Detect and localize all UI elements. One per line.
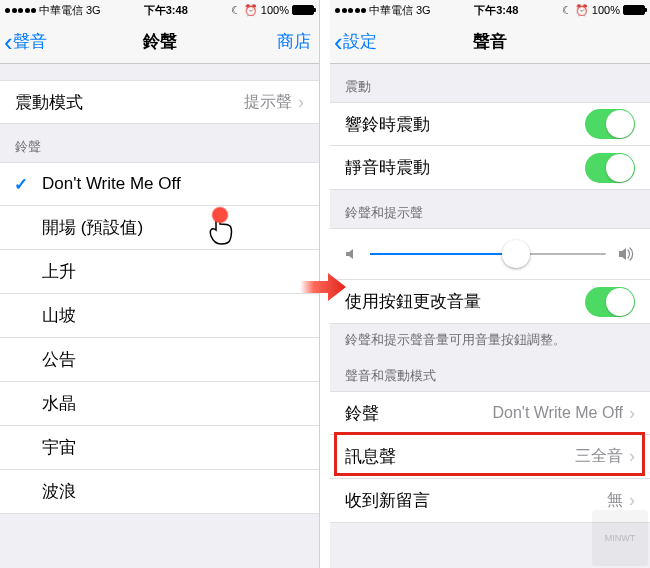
chevron-right-icon: › bbox=[629, 490, 635, 511]
slider-thumb[interactable] bbox=[502, 240, 530, 268]
volume-slider-row bbox=[330, 228, 650, 280]
ringtone-item[interactable]: 山坡 bbox=[0, 294, 319, 338]
back-label: 設定 bbox=[343, 30, 377, 53]
alarm-icon: ⏰ bbox=[575, 4, 589, 17]
section-header-ringer: 鈴聲和提示聲 bbox=[330, 190, 650, 228]
row-label: 震動模式 bbox=[15, 91, 244, 114]
toggle-switch[interactable] bbox=[585, 153, 635, 183]
row-label: 宇宙 bbox=[42, 436, 304, 459]
ringtone-item[interactable]: 宇宙 bbox=[0, 426, 319, 470]
vibrate-on-silent-row: 靜音時震動 bbox=[330, 146, 650, 190]
screen-ringtone: 中華電信 3G 下午3:48 ☾ ⏰ 100% ‹ 聲音 鈴聲 商店 震動模式 … bbox=[0, 0, 320, 568]
back-label: 聲音 bbox=[13, 30, 47, 53]
signal-dots-icon bbox=[335, 8, 366, 13]
ringtone-item[interactable]: 開場 (預設值) bbox=[0, 206, 319, 250]
ringtone-item-selected[interactable]: ✓ Don't Write Me Off bbox=[0, 162, 319, 206]
battery-icon bbox=[623, 5, 645, 15]
screen-sounds: 中華電信 3G 下午3:48 ☾ ⏰ 100% ‹ 設定 聲音 震動 響鈴時震動 bbox=[330, 0, 650, 568]
vibration-pattern-row[interactable]: 震動模式 提示聲 › bbox=[0, 80, 319, 124]
footnote: 鈴聲和提示聲音量可用音量按鈕調整。 bbox=[330, 324, 650, 353]
toggle-switch[interactable] bbox=[585, 287, 635, 317]
chevron-right-icon: › bbox=[298, 92, 304, 113]
section-header-patterns: 聲音和震動模式 bbox=[330, 353, 650, 391]
row-label: 山坡 bbox=[42, 304, 304, 327]
status-time: 下午3:48 bbox=[144, 3, 188, 18]
do-not-disturb-icon: ☾ bbox=[562, 4, 572, 17]
ringtone-item[interactable]: 公告 bbox=[0, 338, 319, 382]
vibrate-on-ring-row: 響鈴時震動 bbox=[330, 102, 650, 146]
network-label: 3G bbox=[86, 4, 101, 16]
store-button[interactable]: 商店 bbox=[277, 30, 311, 53]
speaker-low-icon bbox=[344, 247, 358, 261]
toggle-switch[interactable] bbox=[585, 109, 635, 139]
alarm-icon: ⏰ bbox=[244, 4, 258, 17]
nav-bar: ‹ 設定 聲音 bbox=[330, 20, 650, 64]
back-button[interactable]: ‹ 聲音 bbox=[0, 29, 47, 55]
nav-bar: ‹ 聲音 鈴聲 商店 bbox=[0, 20, 319, 64]
ringtone-row[interactable]: 鈴聲 Don't Write Me Off › bbox=[330, 391, 650, 435]
row-label: 水晶 bbox=[42, 392, 304, 415]
row-detail: 提示聲 bbox=[244, 92, 292, 113]
row-label: 響鈴時震動 bbox=[345, 113, 585, 136]
signal-dots-icon bbox=[5, 8, 36, 13]
ringtone-item[interactable]: 波浪 bbox=[0, 470, 319, 514]
watermark: MINWT bbox=[592, 510, 648, 566]
back-button[interactable]: ‹ 設定 bbox=[330, 29, 377, 55]
battery-pct: 100% bbox=[592, 4, 620, 16]
carrier-label: 中華電信 bbox=[39, 3, 83, 18]
checkmark-icon: ✓ bbox=[14, 174, 28, 195]
do-not-disturb-icon: ☾ bbox=[231, 4, 241, 17]
chevron-right-icon: › bbox=[629, 403, 635, 424]
chevron-left-icon: ‹ bbox=[334, 29, 343, 55]
volume-slider[interactable] bbox=[370, 253, 606, 255]
ringtone-item[interactable]: 上升 bbox=[0, 250, 319, 294]
row-label: 收到新留言 bbox=[345, 489, 607, 512]
page-title: 聲音 bbox=[330, 30, 650, 53]
speaker-high-icon bbox=[618, 246, 636, 262]
row-label: 公告 bbox=[42, 348, 304, 371]
network-label: 3G bbox=[416, 4, 431, 16]
row-label: 波浪 bbox=[42, 480, 304, 503]
chevron-left-icon: ‹ bbox=[4, 29, 13, 55]
row-detail: 無 bbox=[607, 490, 623, 511]
row-label: 使用按鈕更改音量 bbox=[345, 290, 585, 313]
ringtone-item[interactable]: 水晶 bbox=[0, 382, 319, 426]
row-label: 靜音時震動 bbox=[345, 156, 585, 179]
section-header-vibrate: 震動 bbox=[330, 64, 650, 102]
row-detail: Don't Write Me Off bbox=[493, 404, 624, 422]
battery-icon bbox=[292, 5, 314, 15]
carrier-label: 中華電信 bbox=[369, 3, 413, 18]
row-label: 鈴聲 bbox=[345, 402, 493, 425]
status-time: 下午3:48 bbox=[474, 3, 518, 18]
page-title: 鈴聲 bbox=[0, 30, 319, 53]
status-bar: 中華電信 3G 下午3:48 ☾ ⏰ 100% bbox=[0, 0, 319, 20]
row-label: Don't Write Me Off bbox=[42, 174, 304, 194]
highlight-box bbox=[334, 432, 645, 476]
battery-pct: 100% bbox=[261, 4, 289, 16]
status-bar: 中華電信 3G 下午3:48 ☾ ⏰ 100% bbox=[330, 0, 650, 20]
section-header-ringtones: 鈴聲 bbox=[0, 124, 319, 162]
row-label: 開場 (預設值) bbox=[42, 216, 304, 239]
row-label: 上升 bbox=[42, 260, 304, 283]
change-with-buttons-row: 使用按鈕更改音量 bbox=[330, 280, 650, 324]
